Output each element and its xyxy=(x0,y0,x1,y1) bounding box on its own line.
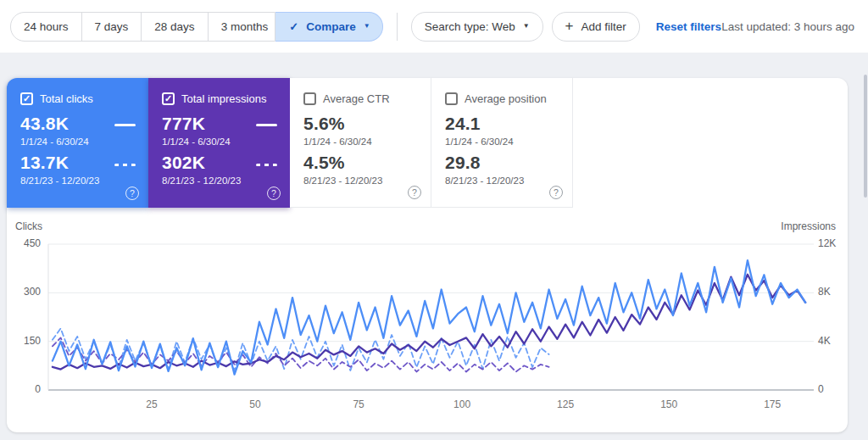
previous-value: 29.8 xyxy=(445,153,560,173)
solid-line-legend-icon xyxy=(256,124,277,126)
total-impressions-card[interactable]: ✓ Total impressions 777K 1/1/24 - 6/30/2… xyxy=(148,78,290,208)
axis-tick: 150 xyxy=(657,398,681,410)
add-filter-label: Add filter xyxy=(581,20,626,33)
previous-value: 13.7K xyxy=(20,153,136,173)
toolbar-divider xyxy=(397,13,398,41)
dashed-line-legend-icon xyxy=(114,164,136,166)
average-ctr-checkbox[interactable]: ✓ xyxy=(303,92,316,105)
check-icon: ✓ xyxy=(164,94,172,103)
plus-icon: + xyxy=(565,18,574,35)
total-clicks-card[interactable]: ✓ Total clicks 43.8K 1/1/24 - 6/30/24 13… xyxy=(7,78,148,208)
previous-date-range: 8/21/23 - 12/20/23 xyxy=(303,175,419,187)
axis-tick: 50 xyxy=(243,398,267,410)
dashed-line-legend-icon xyxy=(256,164,277,166)
current-value: 5.6% xyxy=(303,114,419,134)
reset-filters-link[interactable]: Reset filters xyxy=(656,20,721,33)
search-type-label: Search type: Web xyxy=(425,20,515,33)
previous-date-range: 8/21/23 - 12/20/23 xyxy=(20,175,136,187)
axis-tick: 0 xyxy=(818,383,824,395)
left-axis-title: Clicks xyxy=(15,220,42,232)
card-label: Average position xyxy=(465,92,547,105)
metric-cards-row: ✓ Total clicks 43.8K 1/1/24 - 6/30/24 13… xyxy=(7,78,848,208)
add-filter-button[interactable]: + Add filter xyxy=(552,12,640,42)
axis-tick: 4K xyxy=(818,335,831,347)
total-impressions-checkbox[interactable]: ✓ xyxy=(162,92,175,105)
date-range-group: 24 hours 7 days 28 days 3 months xyxy=(10,12,275,42)
axis-tick: 75 xyxy=(347,398,370,410)
average-ctr-card[interactable]: ✓ Average CTR 5.6% 1/1/24 - 6/30/24 4.5%… xyxy=(290,78,431,208)
current-date-range: 1/1/24 - 6/30/24 xyxy=(20,136,136,148)
axis-tick: 150 xyxy=(7,335,41,347)
average-position-card[interactable]: ✓ Average position 24.1 1/1/24 - 6/30/24… xyxy=(431,78,573,208)
page-scrollbar[interactable] xyxy=(864,75,867,198)
previous-date-range: 8/21/23 - 12/20/23 xyxy=(162,175,278,187)
right-axis-title: Impressions xyxy=(781,220,836,232)
help-icon[interactable]: ? xyxy=(549,186,563,199)
axis-tick: 12K xyxy=(818,237,836,249)
last-updated-text: Last updated: 3 hours ago xyxy=(721,20,854,33)
date-range-24-hours[interactable]: 24 hours xyxy=(11,13,82,41)
caret-down-icon: ▼ xyxy=(523,23,530,30)
solid-line-legend-icon xyxy=(114,124,136,126)
total-clicks-checkbox[interactable]: ✓ xyxy=(20,92,33,105)
current-value: 24.1 xyxy=(445,114,560,134)
filter-toolbar: 24 hours 7 days 28 days 3 months ✓ Compa… xyxy=(0,0,868,53)
previous-value: 302K xyxy=(162,153,278,173)
help-icon[interactable]: ? xyxy=(125,187,139,200)
card-label: Average CTR xyxy=(323,92,390,105)
date-range-28-days[interactable]: 28 days xyxy=(142,13,208,41)
previous-date-range: 8/21/23 - 12/20/23 xyxy=(445,175,560,187)
axis-tick: 8K xyxy=(818,286,831,298)
axis-tick: 25 xyxy=(140,398,164,410)
card-label: Total impressions xyxy=(181,92,266,105)
help-icon[interactable]: ? xyxy=(267,187,281,200)
axis-tick: 0 xyxy=(7,383,41,395)
previous-value: 4.5% xyxy=(303,153,419,173)
traffic-chart-area: Clicks Impressions 450300150012K8K4K0255… xyxy=(7,214,848,432)
date-range-3-months[interactable]: 3 months xyxy=(209,13,276,41)
average-position-checkbox[interactable]: ✓ xyxy=(445,92,458,105)
current-date-range: 1/1/24 - 6/30/24 xyxy=(445,136,560,148)
axis-tick: 300 xyxy=(7,286,41,298)
search-console-performance-page: 24 hours 7 days 28 days 3 months ✓ Compa… xyxy=(0,0,868,440)
chart-line-clicks-1-1-24-6-30-24 xyxy=(53,260,805,375)
caret-down-icon: ▼ xyxy=(364,23,370,30)
card-label: Total clicks xyxy=(40,92,93,105)
help-icon[interactable]: ? xyxy=(408,186,421,199)
current-date-range: 1/1/24 - 6/30/24 xyxy=(162,136,278,148)
compare-button[interactable]: ✓ Compare ▼ xyxy=(275,12,382,42)
compare-label: Compare xyxy=(306,20,356,33)
axis-tick: 125 xyxy=(554,398,577,410)
axis-tick: 175 xyxy=(760,398,784,410)
current-date-range: 1/1/24 - 6/30/24 xyxy=(303,136,419,148)
check-icon: ✓ xyxy=(23,94,31,103)
check-icon: ✓ xyxy=(289,20,298,33)
date-range-7-days[interactable]: 7 days xyxy=(82,13,142,41)
performance-panel: ✓ Total clicks 43.8K 1/1/24 - 6/30/24 13… xyxy=(7,78,848,432)
axis-tick: 100 xyxy=(450,398,474,410)
traffic-chart[interactable] xyxy=(7,237,848,404)
search-type-dropdown[interactable]: Search type: Web ▼ xyxy=(411,12,543,42)
axis-tick: 450 xyxy=(7,237,41,249)
